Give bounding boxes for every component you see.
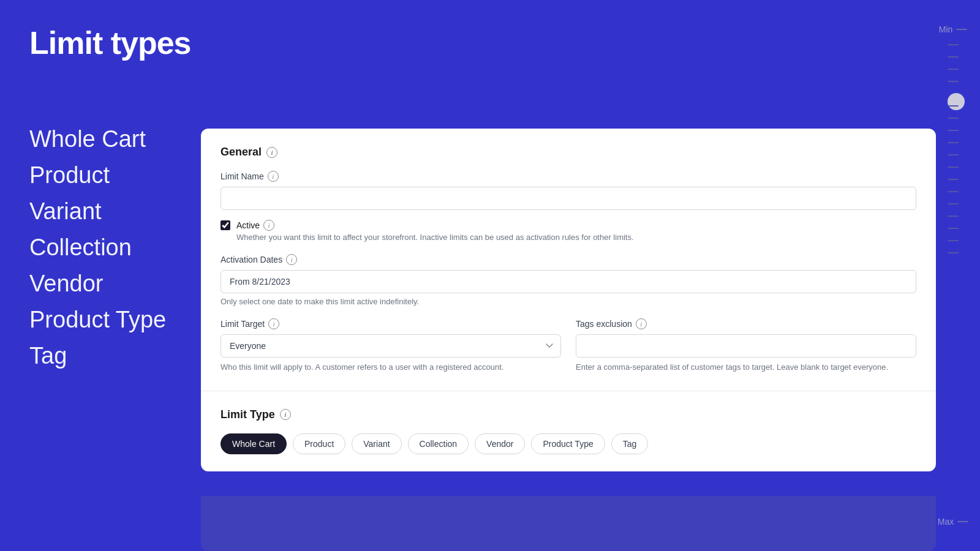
general-section-title: General i xyxy=(221,146,916,159)
limit-target-select[interactable]: Everyone Customer Guest xyxy=(221,334,561,358)
sidebar-nav: Whole CartProductVariantCollectionVendor… xyxy=(29,122,166,373)
sidebar-item-vendor[interactable]: Vendor xyxy=(29,267,166,301)
tags-exclusion-input[interactable] xyxy=(576,334,916,358)
limit-type-btn-whole-cart[interactable]: Whole Cart xyxy=(221,433,287,454)
limit-type-info-icon[interactable]: i xyxy=(280,409,291,420)
sidebar-item-collection[interactable]: Collection xyxy=(29,231,166,264)
limit-name-field: Limit Name i xyxy=(221,171,916,210)
two-col-row: Limit Target i Everyone Customer Guest W… xyxy=(221,318,916,373)
limit-type-title: Limit Type i xyxy=(221,408,916,421)
limit-type-btn-tag[interactable]: Tag xyxy=(611,433,649,454)
page-title: Limit types xyxy=(29,24,191,61)
tags-exclusion-label: Tags exclusion i xyxy=(576,318,916,329)
limit-type-btn-product-type[interactable]: Product Type xyxy=(531,433,605,454)
scrollbar-min-label: Min xyxy=(939,24,968,34)
sidebar-item-product[interactable]: Product xyxy=(29,159,166,192)
main-card: General i Limit Name i Active i Whether … xyxy=(201,129,936,471)
active-checkbox[interactable] xyxy=(221,220,230,230)
limit-name-input[interactable] xyxy=(221,187,916,210)
active-label: Active i xyxy=(236,220,634,231)
limit-target-field: Limit Target i Everyone Customer Guest W… xyxy=(221,318,561,373)
limit-target-label: Limit Target i xyxy=(221,318,561,329)
scrollbar-max-label: Max xyxy=(938,517,968,527)
scrollbar-area: Min Max xyxy=(941,0,965,551)
limit-type-section: Limit Type i Whole CartProductVariantCol… xyxy=(201,391,936,471)
limit-target-hint: Who this limit will apply to. A customer… xyxy=(221,361,561,373)
general-info-icon[interactable]: i xyxy=(266,147,277,158)
sidebar-item-product-type[interactable]: Product Type xyxy=(29,303,166,337)
limit-type-btn-collection[interactable]: Collection xyxy=(408,433,469,454)
tags-exclusion-info-icon[interactable]: i xyxy=(636,318,647,329)
tags-exclusion-hint: Enter a comma-separated list of customer… xyxy=(576,361,916,373)
sidebar-item-tag[interactable]: Tag xyxy=(29,339,166,373)
limit-type-btn-variant[interactable]: Variant xyxy=(352,433,401,454)
activation-dates-info-icon[interactable]: i xyxy=(286,254,297,265)
limit-type-buttons: Whole CartProductVariantCollectionVendor… xyxy=(221,433,916,454)
limit-type-btn-product[interactable]: Product xyxy=(293,433,345,454)
activation-dates-input[interactable] xyxy=(221,270,916,293)
limit-name-info-icon[interactable]: i xyxy=(268,171,279,182)
activation-dates-label: Activation Dates i xyxy=(221,254,916,265)
tags-exclusion-field: Tags exclusion i Enter a comma-separated… xyxy=(576,318,916,373)
active-checkbox-row: Active i Whether you want this limit to … xyxy=(221,220,916,243)
activation-dates-section: Activation Dates i Only select one date … xyxy=(221,254,916,306)
limit-name-label: Limit Name i xyxy=(221,171,916,182)
sidebar-item-variant[interactable]: Variant xyxy=(29,195,166,228)
sidebar-item-whole-cart[interactable]: Whole Cart xyxy=(29,122,166,156)
scroll-thumb[interactable] xyxy=(948,93,965,110)
general-section: General i Limit Name i Active i Whether … xyxy=(201,129,936,391)
scrollbar-ticks xyxy=(948,44,959,507)
blue-bottom-accent xyxy=(201,496,936,551)
active-info-icon[interactable]: i xyxy=(263,220,274,231)
limit-target-info-icon[interactable]: i xyxy=(268,318,279,329)
limit-type-btn-vendor[interactable]: Vendor xyxy=(475,433,525,454)
activation-dates-hint: Only select one date to make this limit … xyxy=(221,297,916,306)
active-description: Whether you want this limit to affect yo… xyxy=(236,232,634,243)
